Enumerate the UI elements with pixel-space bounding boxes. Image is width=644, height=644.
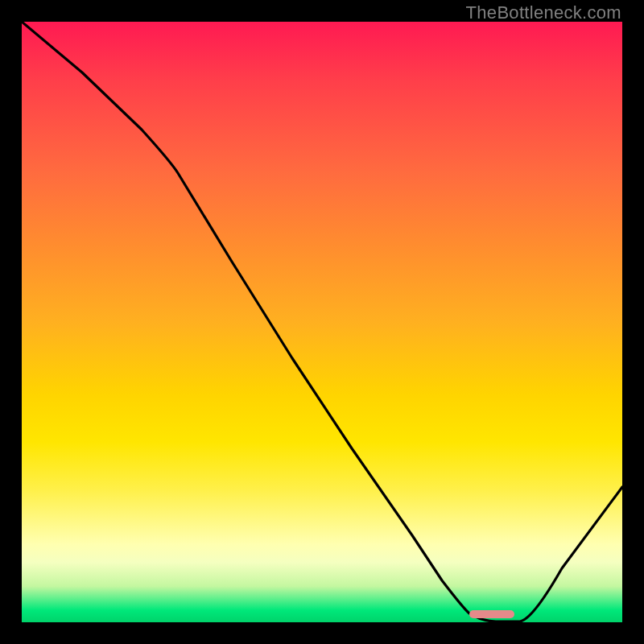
- chart-frame: TheBottleneck.com: [0, 0, 644, 644]
- bottleneck-curve: [22, 22, 622, 621]
- curve-svg: [22, 22, 622, 622]
- plot-area: [22, 22, 622, 622]
- watermark-text: TheBottleneck.com: [466, 2, 621, 23]
- optimal-range-marker: [469, 610, 514, 618]
